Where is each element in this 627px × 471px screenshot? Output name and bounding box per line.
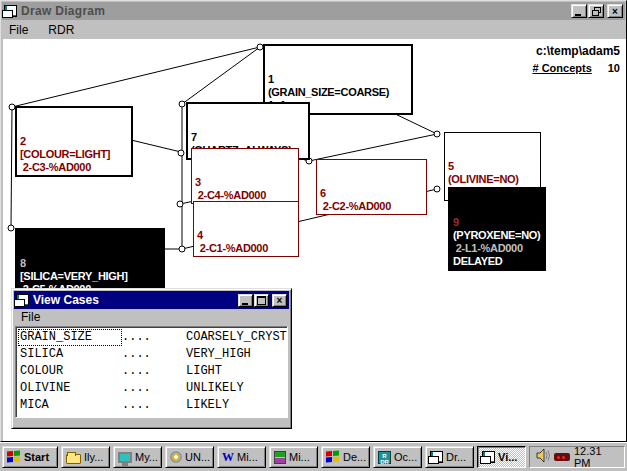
task-label: Mi... bbox=[237, 451, 258, 463]
task-label: Mi... bbox=[289, 451, 310, 463]
view-cases-icon bbox=[16, 294, 29, 306]
case-value: UNLIKELY bbox=[186, 380, 287, 397]
vc-close-button[interactable]: × bbox=[272, 294, 287, 307]
node-6[interactable]: 6 2-C2-%AD000 bbox=[316, 159, 427, 215]
kb-path: c:\temp\adam5 bbox=[532, 44, 620, 58]
node-code: 2-C4-%AD000 bbox=[195, 189, 266, 201]
node-status: DELAYED bbox=[453, 255, 502, 267]
start-label: Start bbox=[24, 451, 49, 463]
case-attribute[interactable]: OLIVINE bbox=[18, 380, 122, 397]
taskbar-button-draw-diagram[interactable]: Dr... bbox=[425, 446, 474, 468]
vc-minimize-button[interactable] bbox=[238, 294, 253, 307]
windows-icon bbox=[326, 451, 340, 464]
node-4[interactable]: 4 2-C1-%AD000 bbox=[193, 201, 299, 257]
title-bar[interactable]: Draw Diagram × bbox=[2, 2, 625, 20]
taskbar: Start Ily... My... UN... W Mi... Mi... D… bbox=[0, 442, 627, 471]
node-number: 9 bbox=[453, 216, 541, 229]
task-label: Ily... bbox=[84, 451, 103, 463]
case-attribute[interactable]: COLOUR bbox=[18, 363, 122, 380]
node-number: 5 bbox=[448, 160, 537, 173]
taskbar-button-oc[interactable]: RDR Oc... bbox=[373, 446, 422, 468]
person-icon bbox=[274, 451, 286, 464]
kb-info: c:\temp\adam5 # Concepts 10 bbox=[532, 44, 620, 74]
draw-diagram-window: Draw Diagram × File RDR c:\temp\adam5 # … bbox=[0, 0, 627, 442]
folder-window-icon bbox=[482, 451, 495, 463]
case-value: VERY_HIGH bbox=[186, 346, 287, 363]
case-attribute[interactable]: MICA bbox=[18, 397, 122, 414]
task-label: De... bbox=[343, 451, 366, 463]
case-value: COARSELY_CRYST bbox=[186, 329, 287, 346]
node-number: 6 bbox=[320, 187, 423, 200]
folder-icon bbox=[66, 454, 81, 464]
taskbar-button-view-cases[interactable]: Vi... bbox=[477, 446, 526, 468]
windows-logo-icon bbox=[7, 451, 21, 464]
restore-button[interactable] bbox=[588, 4, 604, 18]
case-dots: .... bbox=[122, 329, 186, 346]
modem-icon[interactable] bbox=[554, 453, 570, 461]
taskbar-button-un[interactable]: UN... bbox=[165, 446, 214, 468]
case-attribute[interactable]: SILICA bbox=[18, 346, 122, 363]
concepts-link[interactable]: # Concepts bbox=[532, 62, 591, 74]
task-label: Oc... bbox=[394, 451, 417, 463]
taskbar-button-desktop[interactable]: De... bbox=[321, 446, 370, 468]
node-9[interactable]: 9(PYROXENE=NO) 2-L1-%AD000 DELAYED bbox=[448, 187, 546, 271]
folder-window-icon bbox=[430, 451, 443, 463]
view-cases-menu-bar: File bbox=[14, 309, 289, 325]
menu-bar: File RDR bbox=[1, 21, 626, 39]
case-attribute[interactable]: GRAIN_SIZE bbox=[18, 329, 122, 346]
task-label: Dr... bbox=[446, 451, 466, 463]
case-row[interactable]: COLOUR .... LIGHT bbox=[18, 363, 287, 380]
tray-clock[interactable]: 12.31 PM bbox=[574, 445, 618, 469]
view-cases-title-bar[interactable]: View Cases × bbox=[14, 291, 289, 309]
node-code: 2-L1-%AD000 bbox=[453, 242, 523, 254]
view-cases-window: View Cases × File GRAIN_SIZE .... COARSE… bbox=[11, 288, 292, 429]
node-condition: (OLIVINE=NO) bbox=[448, 173, 519, 185]
node-number: 2 bbox=[20, 135, 128, 148]
rdr-icon: RDR bbox=[378, 451, 391, 464]
menu-file[interactable]: File bbox=[7, 22, 30, 38]
case-dots: .... bbox=[122, 380, 186, 397]
node-condition: [SILICA=VERY_HIGH] bbox=[20, 270, 128, 282]
close-button[interactable]: × bbox=[607, 4, 623, 18]
case-value: LIKELY bbox=[186, 397, 287, 414]
node-code: 2-C2-%AD000 bbox=[320, 200, 391, 212]
node-condition: [COLOUR=LIGHT] bbox=[20, 148, 110, 160]
diagram-canvas: c:\temp\adam5 # Concepts 10 1(GRAIN_SIZE… bbox=[3, 39, 626, 441]
case-value: LIGHT bbox=[186, 363, 287, 380]
case-dots: .... bbox=[122, 346, 186, 363]
node-number: 4 bbox=[197, 229, 295, 242]
node-condition: (GRAIN_SIZE=COARSE) bbox=[268, 86, 389, 98]
taskbar-button-mycomputer[interactable]: My... bbox=[113, 446, 162, 468]
case-row[interactable]: MICA .... LIKELY bbox=[18, 397, 287, 414]
view-cases-title: View Cases bbox=[33, 293, 237, 307]
node-3[interactable]: 3 2-C4-%AD000 bbox=[191, 148, 299, 204]
case-row[interactable]: OLIVINE .... UNLIKELY bbox=[18, 380, 287, 397]
speaker-icon[interactable] bbox=[536, 448, 550, 466]
node-2[interactable]: 2[COLOUR=LIGHT] 2-C3-%AD000 bbox=[15, 106, 133, 177]
cases-list: GRAIN_SIZE .... COARSELY_CRYST SILICA ..… bbox=[15, 326, 288, 418]
concepts-count: 10 bbox=[608, 62, 620, 74]
node-code: 2-C1-%AD000 bbox=[197, 242, 268, 254]
menu-rdr[interactable]: RDR bbox=[46, 22, 76, 38]
task-label: My... bbox=[135, 451, 158, 463]
vc-maximize-button[interactable] bbox=[254, 294, 269, 307]
app-icon bbox=[4, 5, 17, 17]
taskbar-button-explorer[interactable]: Ily... bbox=[61, 446, 110, 468]
case-row[interactable]: SILICA .... VERY_HIGH bbox=[18, 346, 287, 363]
node-number: 8 bbox=[20, 257, 160, 270]
start-button[interactable]: Start bbox=[2, 446, 58, 468]
taskbar-button-mi[interactable]: Mi... bbox=[269, 446, 318, 468]
node-number: 1 bbox=[268, 73, 408, 86]
window-title: Draw Diagram bbox=[21, 4, 570, 18]
case-row[interactable]: GRAIN_SIZE .... COARSELY_CRYST bbox=[18, 329, 287, 346]
node-number: 3 bbox=[195, 176, 295, 189]
case-dots: .... bbox=[122, 397, 186, 414]
node-number: 7 bbox=[191, 131, 305, 144]
node-code: 2-C3-%AD000 bbox=[20, 161, 91, 173]
cd-icon bbox=[170, 451, 182, 463]
task-label: Vi... bbox=[498, 451, 517, 463]
taskbar-button-word[interactable]: W Mi... bbox=[217, 446, 266, 468]
vc-menu-file[interactable]: File bbox=[19, 309, 42, 325]
minimize-button[interactable] bbox=[571, 4, 587, 18]
system-tray: 12.31 PM bbox=[529, 446, 625, 468]
